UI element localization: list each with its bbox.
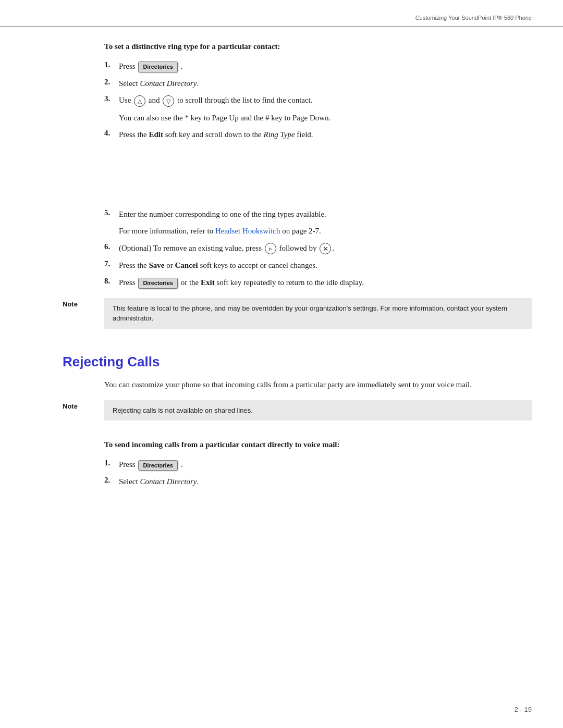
step-5-content: Enter the number corresponding to one of… [119, 208, 532, 220]
step-6-content: (Optional) To remove an existing value, … [119, 242, 532, 255]
step-2: 2. Select Contact Directory. [104, 78, 532, 90]
step-4-number: 4. [104, 129, 119, 138]
step-3-content: Use △ and ▽ to scroll through the list t… [119, 94, 532, 107]
x-circle-icon: ✕ [320, 243, 331, 254]
steps-list-1: 1. Press Directories . 2. Select Contact… [104, 60, 532, 107]
page-footer: 2 - 19 [515, 706, 532, 713]
step-8-content: Press Directories or the Exit soft key r… [119, 277, 532, 289]
step-5-number: 5. [104, 208, 119, 217]
page-header: Customizing Your SoundPoint IP® 560 Phon… [0, 0, 563, 27]
rejecting-step-1-content: Press Directories . [119, 459, 532, 471]
step-7-number: 7. [104, 260, 119, 268]
step-8-number: 8. [104, 277, 119, 286]
note-block-1: Note This feature is local to the phone,… [63, 298, 532, 329]
page-number: 2 - 19 [515, 706, 532, 713]
step-4-italic: Ring Type [263, 130, 295, 139]
rejecting-step-2-content: Select Contact Directory. [119, 476, 532, 488]
note-2-content: Rejecting calls is not available on shar… [104, 400, 532, 421]
note-2-label: Note [63, 400, 104, 410]
note-block-2: Note Rejecting calls is not available on… [63, 400, 532, 421]
step-6: 6. (Optional) To remove an existing valu… [104, 242, 532, 255]
step-3: 3. Use △ and ▽ to scroll through the lis… [104, 94, 532, 107]
step-1-content: Press Directories . [119, 60, 532, 72]
right-arrow-icon: ▹ [265, 243, 276, 254]
step-1: 1. Press Directories . [104, 60, 532, 72]
step-4: 4. Press the Edit soft key and scroll do… [104, 129, 532, 141]
step-3-number: 3. [104, 94, 119, 103]
directories-button-2[interactable]: Directories [138, 278, 177, 289]
step-4-bold: Edit [149, 130, 164, 139]
steps-list-2: 5. Enter the number corresponding to one… [104, 208, 532, 220]
step-3-subline: You can also use the * key to Page Up an… [104, 112, 532, 124]
rejecting-step-2-number: 2. [104, 476, 119, 485]
up-arrow-icon: △ [134, 95, 145, 107]
note-1-label: Note [63, 298, 104, 308]
step-4-content: Press the Edit soft key and scroll down … [119, 129, 532, 141]
medium-spacer-2 [31, 430, 532, 440]
step-7-bold-save: Save [149, 261, 165, 269]
rejecting-calls-body: You can customize your phone so that inc… [104, 378, 532, 391]
section2-heading: To send incoming calls from a particular… [104, 440, 532, 449]
rejecting-step-2: 2. Select Contact Directory. [104, 476, 532, 488]
steps-list-1b: 4. Press the Edit soft key and scroll do… [104, 129, 532, 141]
rejecting-steps-list: 1. Press Directories . 2. Select Contact… [104, 459, 532, 487]
directories-button-1[interactable]: Directories [138, 61, 177, 72]
down-arrow-icon: ▽ [163, 95, 174, 107]
rejecting-step-1-number: 1. [104, 459, 119, 467]
note-1-content: This feature is local to the phone, and … [104, 298, 532, 329]
step-7: 7. Press the Save or Cancel soft keys to… [104, 260, 532, 272]
header-text: Customizing Your SoundPoint IP® 560 Phon… [415, 15, 532, 21]
section1-heading: To set a distinctive ring type for a par… [104, 42, 532, 51]
step-5: 5. Enter the number corresponding to one… [104, 208, 532, 220]
step-2-number: 2. [104, 78, 119, 87]
rejecting-calls-title: Rejecting Calls [63, 349, 532, 370]
page-spacer [31, 146, 532, 208]
content-area: To set a distinctive ring type for a par… [0, 27, 563, 509]
step-7-bold-cancel: Cancel [175, 261, 198, 269]
steps-list-2b: 6. (Optional) To remove an existing valu… [104, 242, 532, 289]
step-6-number: 6. [104, 242, 119, 251]
rejecting-step-1: 1. Press Directories . [104, 459, 532, 471]
step-5-subline: For more information, refer to Headset H… [104, 225, 532, 237]
step-2-content: Select Contact Directory. [119, 78, 532, 90]
step-2-italic: Contact Directory [140, 79, 197, 88]
headset-hookswitch-link[interactable]: Headset Hookswitch [215, 227, 280, 235]
step-7-content: Press the Save or Cancel soft keys to ac… [119, 260, 532, 272]
directories-button-3[interactable]: Directories [138, 460, 177, 471]
step-8: 8. Press Directories or the Exit soft ke… [104, 277, 532, 289]
medium-spacer [31, 338, 532, 349]
rejecting-step-2-italic: Contact Directory [140, 477, 197, 486]
page-container: Customizing Your SoundPoint IP® 560 Phon… [0, 0, 563, 728]
step-8-bold-exit: Exit [201, 278, 215, 287]
step-1-number: 1. [104, 60, 119, 69]
